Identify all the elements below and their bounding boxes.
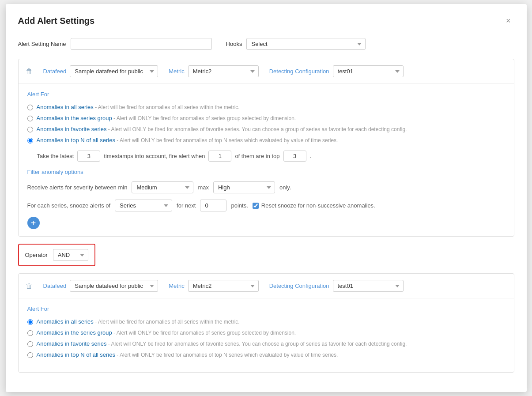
alert-for-title-2: Alert For: [27, 305, 505, 312]
alert-name-group: Alert Setting Name: [18, 38, 212, 50]
reset-snooze-label: Reset snooze for non-successive anomalie…: [261, 202, 375, 209]
datafeed-label-2: Datafeed: [43, 283, 67, 289]
radio-row-2b: Anomalies in the series group - Alert wi…: [27, 329, 505, 336]
metric-select-2[interactable]: Metric2: [188, 280, 259, 292]
severity-min-label: Receive alerts for severity between min: [27, 184, 128, 191]
modal-title: Add Alert Settings: [18, 16, 95, 26]
radio-label-1b: Anomalies in the series group - Alert wi…: [37, 115, 296, 121]
filter-title-1: Filter anomaly options: [27, 169, 505, 175]
top-value-input[interactable]: [283, 151, 306, 162]
radio-favorite-series-2[interactable]: [27, 341, 33, 347]
radio-all-series-2[interactable]: [27, 319, 33, 325]
severity-max-label: max: [198, 184, 209, 191]
radio-label-1a: Anomalies in all series - Alert will be …: [37, 104, 240, 110]
radio-label-1d: Anomalies in top N of all series - Alert…: [37, 137, 338, 143]
filter-section-1: Filter anomaly options Receive alerts fo…: [27, 169, 505, 229]
radio-label-2b: Anomalies in the series group - Alert wi…: [37, 329, 296, 336]
datafeed-group-1: Datafeed Sample datafeed for public: [43, 65, 158, 77]
severity-max-select[interactable]: Low Medium High Critical: [213, 181, 275, 193]
radio-series-group-1[interactable]: [27, 116, 33, 121]
radio-label-2c: Anomalies in favorite series - Alert wil…: [37, 340, 407, 347]
alert-for-title-1: Alert For: [27, 91, 505, 98]
metric-group-1: Metric Metric2: [169, 65, 258, 77]
period-label: .: [310, 153, 312, 159]
datafeed-select-2[interactable]: Sample datafeed for public: [70, 280, 158, 292]
card-1: 🗑 Datafeed Sample datafeed for public Me…: [18, 59, 514, 237]
severity-min-select[interactable]: Low Medium High Critical: [132, 181, 193, 193]
trash-icon-1[interactable]: 🗑: [26, 68, 33, 75]
snooze-row-1: For each series, snooze alerts of Series…: [27, 200, 505, 211]
detecting-group-1: Detecting Configuration test01: [269, 65, 404, 77]
radio-all-series-1[interactable]: [27, 105, 33, 110]
for-next-label: for next: [177, 202, 196, 209]
timestamps-label: timestamps into account, fire alert when: [104, 153, 205, 159]
take-latest-input[interactable]: [77, 151, 100, 162]
radio-label-2d: Anomalies in top N of all series - Alert…: [37, 351, 338, 358]
datafeed-label-1: Datafeed: [43, 68, 67, 75]
detecting-label-2: Detecting Configuration: [269, 283, 329, 289]
radio-row-1a: Anomalies in all series - Alert will be …: [27, 104, 505, 110]
detecting-select-2[interactable]: test01: [333, 280, 404, 292]
card-2: 🗑 Datafeed Sample datafeed for public Me…: [18, 273, 514, 373]
metric-label-2: Metric: [169, 283, 184, 289]
hooks-select[interactable]: Select: [246, 38, 366, 50]
operator-select[interactable]: AND OR: [53, 249, 88, 261]
radio-label-2a: Anomalies in all series - Alert will be …: [37, 318, 240, 325]
hooks-label: Hooks: [226, 41, 242, 47]
radio-row-2d: Anomalies in top N of all series - Alert…: [27, 351, 505, 358]
add-filter-button[interactable]: +: [27, 217, 40, 229]
take-latest-label: Take the latest: [37, 153, 74, 159]
alert-for-radio-group-1: Anomalies in all series - Alert will be …: [27, 104, 505, 143]
radio-row-1c: Anomalies in favorite series - Alert wil…: [27, 126, 505, 132]
alert-for-radio-group-2: Anomalies in all series - Alert will be …: [27, 318, 505, 358]
radio-row-1b: Anomalies in the series group - Alert wi…: [27, 115, 505, 121]
radio-row-2c: Anomalies in favorite series - Alert wil…: [27, 340, 505, 347]
detecting-label-1: Detecting Configuration: [269, 68, 329, 75]
close-button[interactable]: ×: [502, 15, 514, 27]
reset-snooze-checkbox-item: Reset snooze for non-successive anomalie…: [253, 202, 375, 209]
severity-row-1: Receive alerts for severity between min …: [27, 181, 505, 193]
snooze-points-input[interactable]: [200, 200, 226, 211]
radio-top-n-1[interactable]: [27, 138, 33, 143]
card-2-body: Alert For Anomalies in all series - Aler…: [19, 298, 514, 372]
snooze-points-label: points.: [231, 202, 248, 209]
operator-label: Operator: [25, 252, 48, 258]
trash-icon-2[interactable]: 🗑: [26, 282, 33, 290]
modal: Add Alert Settings × Alert Setting Name …: [6, 4, 527, 392]
metric-label-1: Metric: [169, 68, 184, 75]
add-icon: +: [31, 218, 36, 228]
datafeed-select-1[interactable]: Sample datafeed for public: [70, 65, 158, 77]
hooks-group: Hooks Select: [226, 38, 366, 50]
severity-only-label: only.: [279, 184, 291, 191]
metric-group-2: Metric Metric2: [169, 280, 258, 292]
reset-snooze-checkbox[interactable]: [253, 203, 259, 209]
modal-header: Add Alert Settings ×: [18, 15, 514, 27]
alert-name-input[interactable]: [71, 38, 212, 50]
radio-series-group-2[interactable]: [27, 330, 33, 336]
card-1-body: Alert For Anomalies in all series - Aler…: [19, 84, 514, 236]
radio-top-n-2[interactable]: [27, 352, 33, 358]
metric-select-1[interactable]: Metric2: [188, 65, 259, 77]
radio-row-2a: Anomalies in all series - Alert will be …: [27, 318, 505, 325]
top-fields: Alert Setting Name Hooks Select: [18, 38, 514, 50]
snooze-series-select[interactable]: Series Metric Datafeed: [115, 200, 172, 211]
snooze-label: For each series, snooze alerts of: [27, 202, 111, 209]
operator-row: Operator AND OR: [18, 244, 95, 266]
radio-favorite-series-1[interactable]: [27, 127, 33, 132]
radio-label-1c: Anomalies in favorite series - Alert wil…: [37, 126, 407, 132]
datafeed-group-2: Datafeed Sample datafeed for public: [43, 280, 158, 292]
top-n-inputs: Take the latest timestamps into account,…: [27, 151, 505, 162]
card-2-header: 🗑 Datafeed Sample datafeed for public Me…: [19, 274, 514, 298]
card-1-header: 🗑 Datafeed Sample datafeed for public Me…: [19, 59, 514, 84]
alert-name-label: Alert Setting Name: [18, 41, 66, 47]
detecting-group-2: Detecting Configuration test01: [269, 280, 404, 292]
of-them-label: of them are in top: [235, 153, 279, 159]
fire-when-input[interactable]: [208, 151, 231, 162]
detecting-select-1[interactable]: test01: [333, 65, 404, 77]
radio-row-1d: Anomalies in top N of all series - Alert…: [27, 137, 505, 143]
